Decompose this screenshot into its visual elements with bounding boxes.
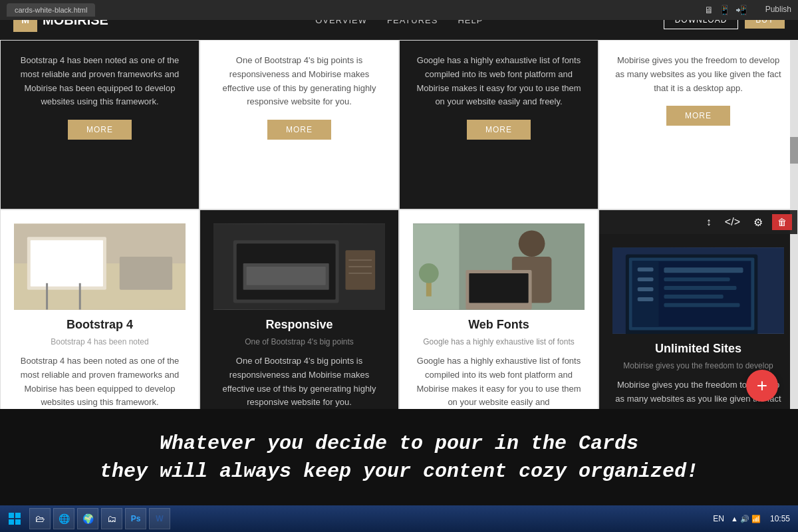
webfonts-image: [413, 223, 585, 310]
card-top-content-4: Mobirise gives you the freedom to develo…: [612, 54, 784, 196]
bootstrap4-title: Bootstrap 4: [14, 318, 186, 332]
unlimited-title: Unlimited Sites: [612, 342, 784, 356]
svg-rect-12: [345, 250, 375, 290]
taskbar-photoshop-icon[interactable]: Ps: [125, 508, 146, 529]
windows-logo-icon: [8, 512, 21, 525]
cards-grid-top: Bootstrap 4 has been noted as one of the…: [0, 40, 798, 209]
svg-rect-36: [638, 277, 654, 281]
card-bootstrap4-top: Bootstrap 4 has been noted as one of the…: [0, 40, 200, 209]
publish-btn[interactable]: Publish: [765, 5, 791, 15]
browser-topbar: cards-white-black.html 🖥 📱 📲 Publish: [0, 0, 798, 20]
toolbar-sort-button[interactable]: ↕: [702, 213, 716, 231]
responsive-text: One of Bootstrap 4's big points is respo…: [213, 354, 385, 409]
bootstrap4-text: Bootstrap 4 has been noted as one of the…: [14, 354, 186, 409]
responsive-top-more-button[interactable]: MORE: [267, 120, 331, 140]
bootstrap4-image: [14, 223, 186, 310]
svg-rect-31: [664, 277, 730, 281]
banner-text: Whatever you decide to pour in the Cards…: [100, 430, 698, 485]
webfonts-top-more-button[interactable]: MORE: [467, 120, 531, 140]
card-webfonts-top-text: Google has a highly exhaustive list of f…: [413, 54, 585, 109]
responsive-title: Responsive: [213, 318, 385, 332]
card-bootstrap4-bottom: Bootstrap 4 Bootstrap 4 has been noted B…: [0, 209, 200, 409]
unlimited-image: [612, 247, 784, 334]
svg-rect-34: [664, 303, 739, 307]
svg-rect-37: [638, 287, 654, 291]
cards-grid-bottom: Bootstrap 4 Bootstrap 4 has been noted B…: [0, 209, 798, 409]
monitor-icon: 🖥: [704, 5, 714, 15]
svg-rect-3: [31, 240, 103, 286]
card-responsive-bottom: Responsive One of Bootstrap 4's big poin…: [200, 209, 399, 409]
webfonts-text: Google has a highly exhaustive list of f…: [413, 354, 585, 409]
tablet-icon: 📱: [719, 5, 730, 15]
bootstrap4-subtitle: Bootstrap 4 has been noted: [14, 337, 186, 346]
taskbar-lang: EN: [710, 514, 727, 523]
toolbar-code-button[interactable]: </>: [721, 213, 744, 231]
card-top-content-3: Google has a highly exhaustive list of f…: [413, 54, 585, 196]
banner-line1: Whatever you decide to pour in the Cards: [100, 430, 698, 458]
unlimited-subtitle: Mobirise gives you the freedom to develo…: [612, 361, 784, 370]
svg-rect-24: [413, 224, 459, 310]
fab-add-button[interactable]: +: [746, 370, 778, 402]
taskbar: 🗁 🌐 🌍 🗂 Ps W EN ▲ 🔊 📶 10:55: [0, 505, 798, 532]
scrollbar-thumb[interactable]: [790, 137, 798, 164]
phone-icon: 📲: [735, 5, 747, 15]
responsive-image: [213, 223, 385, 310]
svg-point-18: [519, 230, 545, 257]
card-unlimited-top: Mobirise gives you the freedom to develo…: [598, 40, 798, 209]
taskbar-browser1-icon[interactable]: 🌐: [53, 508, 74, 529]
card-responsive-top: One of Bootstrap 4's big points is respo…: [200, 40, 399, 209]
svg-rect-40: [15, 513, 21, 518]
taskbar-clock: 10:55: [765, 514, 795, 523]
card-responsive-top-text: One of Bootstrap 4's big points is respo…: [213, 54, 385, 109]
bootstrap4-top-more-button[interactable]: MORE: [68, 120, 132, 140]
browser-icons: 🖥 📱 📲 Publish: [704, 5, 791, 15]
taskbar-files-icon[interactable]: 🗂: [101, 508, 122, 529]
responsive-subtitle: One of Bootstrap 4's big points: [213, 337, 385, 346]
svg-rect-41: [9, 519, 14, 525]
card-bootstrap4-top-text: Bootstrap 4 has been noted as one of the…: [14, 54, 186, 109]
webfonts-title: Web Fonts: [413, 318, 585, 332]
toolbar-settings-button[interactable]: ⚙: [749, 213, 767, 231]
taskbar-system-icons: ▲ 🔊 📶: [731, 515, 761, 523]
taskbar-folder-icon[interactable]: 🗁: [29, 508, 51, 529]
unlimited-top-more-button[interactable]: MORE: [666, 106, 730, 126]
webfonts-subtitle: Google has a highly exhaustive list of f…: [413, 337, 585, 346]
svg-rect-11: [247, 267, 326, 285]
svg-rect-33: [664, 295, 723, 299]
card-top-content-2: One of Bootstrap 4's big points is respo…: [213, 54, 385, 196]
card-webfonts-top: Google has a highly exhaustive list of f…: [399, 40, 598, 209]
card-top-content: Bootstrap 4 has been noted as one of the…: [14, 54, 186, 196]
main-content: Bootstrap 4 has been noted as one of the…: [0, 20, 798, 409]
svg-rect-39: [9, 513, 14, 518]
card-toolbar: ↕ </> ⚙ 🗑: [599, 210, 797, 234]
svg-rect-21: [469, 273, 528, 303]
card-webfonts-bottom: Web Fonts Google has a highly exhaustive…: [399, 209, 598, 409]
taskbar-word-icon[interactable]: W: [149, 508, 170, 529]
browser-tab[interactable]: cards-white-black.html: [7, 3, 95, 17]
svg-rect-35: [638, 267, 654, 271]
toolbar-delete-button[interactable]: 🗑: [772, 214, 792, 230]
card-unlimited-top-text: Mobirise gives you the freedom to develo…: [612, 54, 784, 95]
bottom-banner: Whatever you decide to pour in the Cards…: [0, 409, 798, 505]
svg-rect-42: [15, 519, 21, 525]
svg-rect-38: [638, 297, 654, 301]
svg-rect-32: [664, 286, 736, 290]
taskbar-start-button[interactable]: [3, 508, 27, 529]
taskbar-right: EN ▲ 🔊 📶 10:55: [710, 514, 795, 523]
svg-rect-4: [120, 257, 172, 290]
banner-line2: they will always keep your content cozy …: [100, 458, 698, 485]
taskbar-browser2-icon[interactable]: 🌍: [77, 508, 98, 529]
svg-rect-30: [664, 267, 743, 273]
